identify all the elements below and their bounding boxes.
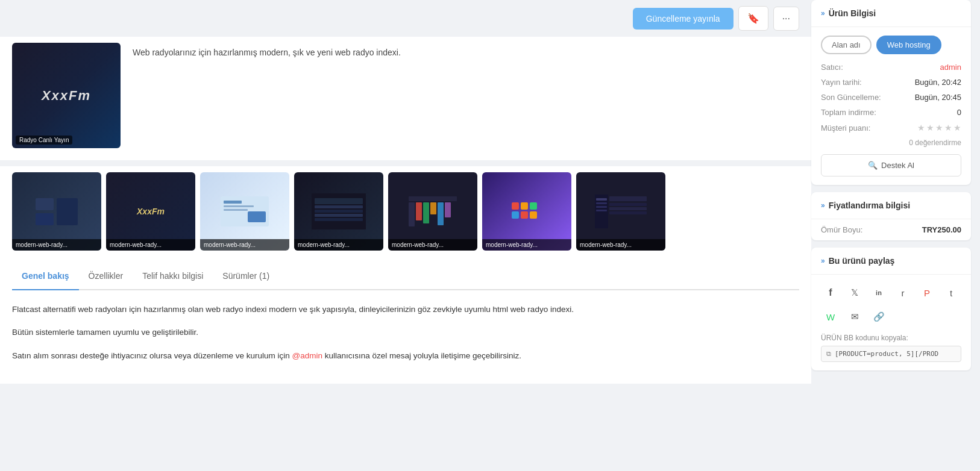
- svg-rect-2: [36, 213, 54, 225]
- svg-rect-19: [430, 202, 436, 214]
- puan-label: Müşteri puanı:: [821, 123, 870, 133]
- svg-rect-17: [416, 202, 422, 220]
- chevron-right-icon: »: [821, 201, 825, 210]
- product-logo: XxxFm: [42, 88, 91, 104]
- svg-rect-16: [409, 202, 415, 226]
- thumbnail-item[interactable]: modern-web-rady...: [576, 172, 665, 251]
- link-icon[interactable]: 🔗: [869, 307, 888, 326]
- thumbnail-label: modern-web-rady...: [106, 239, 195, 251]
- star-1: ★: [917, 123, 925, 133]
- info-row-satici: Satıcı: admin: [821, 63, 961, 72]
- svg-rect-33: [596, 210, 607, 211]
- star-3: ★: [935, 123, 943, 133]
- thumbnail-item[interactable]: XxxFm modern-web-rady...: [106, 172, 195, 251]
- thumbnail-item[interactable]: modern-web-rady...: [482, 172, 571, 251]
- thumbnail-item[interactable]: modern-web-rady...: [200, 172, 289, 251]
- svg-rect-25: [512, 211, 519, 219]
- tab-telif[interactable]: Telif hakkı bilgisi: [133, 263, 213, 290]
- tag-alan-adi[interactable]: Alan adı: [821, 36, 872, 54]
- svg-rect-30: [596, 198, 607, 201]
- yayin-label: Yayın tarihi:: [821, 78, 862, 87]
- info-row-indirme: Toplam indirme: 0: [821, 108, 961, 117]
- product-thumbnail: XxxFm Radyo Canlı Yayın: [12, 43, 121, 148]
- bookmark-button[interactable]: 🔖: [738, 6, 768, 31]
- chevron-right-icon: »: [821, 9, 825, 17]
- svg-rect-37: [609, 211, 647, 214]
- guncelleme-label: Son Güncelleme:: [821, 93, 881, 102]
- info-row-puan: Müşteri puanı: ★ ★ ★ ★ ★: [821, 123, 961, 133]
- more-options-button[interactable]: ···: [773, 7, 799, 31]
- svg-rect-26: [521, 211, 528, 219]
- product-description: Web radyolarınız için hazırlanmış modern…: [133, 43, 799, 148]
- pinterest-icon[interactable]: P: [917, 283, 937, 302]
- product-info-panel: » Ürün Bilgisi Alan adı Web hosting Satı…: [811, 0, 971, 185]
- star-2: ★: [926, 123, 934, 133]
- share-title: Bu ürünü paylaş: [829, 256, 895, 266]
- content-paragraph-2: Bütün sistemlerle tamamen uyumlu ve geli…: [12, 325, 799, 340]
- svg-rect-20: [438, 202, 444, 225]
- svg-rect-24: [530, 202, 537, 210]
- tabs-section: Genel bakış Özellikler Telif hakkı bilgi…: [0, 263, 811, 290]
- star-rating: ★ ★ ★ ★ ★: [917, 123, 961, 133]
- twitter-icon[interactable]: 𝕏: [845, 283, 864, 302]
- thumbnail-label: modern-web-rady...: [200, 239, 289, 251]
- thumbnails-row: modern-web-rady... XxxFm modern-web-rady…: [0, 166, 811, 263]
- content-before-link: Satın alım sonrası desteğe ihtiyacınız o…: [12, 351, 292, 360]
- content-after-link: kullanıcısına özel mesaj yoluyla iletişi…: [322, 351, 521, 360]
- tab-ozellikler[interactable]: Özellikler: [79, 263, 133, 290]
- svg-rect-11: [315, 210, 363, 213]
- svg-rect-12: [315, 214, 363, 217]
- tab-surumler[interactable]: Sürümler (1): [213, 263, 279, 290]
- svg-rect-36: [609, 207, 647, 210]
- tag-web-hosting[interactable]: Web hosting: [876, 36, 941, 54]
- product-info-body: Alan adı Web hosting Satıcı: admin Yayın…: [811, 27, 971, 185]
- share-header: » Bu ürünü paylaş: [811, 248, 971, 275]
- pricing-title: Fiyatlandırma bilgisi: [829, 201, 910, 210]
- svg-rect-1: [57, 198, 78, 225]
- omur-value: TRY250.00: [922, 225, 961, 234]
- whatsapp-icon[interactable]: W: [821, 307, 840, 326]
- reddit-icon[interactable]: r: [893, 283, 912, 302]
- thumbnail-label: modern-web-rady...: [388, 239, 477, 251]
- thumbnail-item[interactable]: modern-web-rady...: [294, 172, 383, 251]
- tumblr-icon[interactable]: t: [941, 283, 961, 302]
- share-panel: » Bu ürünü paylaş f 𝕏 in r P t W ✉ 🔗 ÜRÜ…: [811, 248, 971, 370]
- share-icons-container: f 𝕏 in r P t W ✉ 🔗: [811, 275, 971, 331]
- email-icon[interactable]: ✉: [845, 307, 864, 326]
- thumbnail-label: modern-web-rady...: [482, 239, 571, 251]
- more-icon: ···: [782, 13, 790, 23]
- sidebar: » Ürün Bilgisi Alan adı Web hosting Satı…: [811, 0, 980, 471]
- product-thumb-badge: Radyo Canlı Yayın: [16, 136, 72, 145]
- svg-rect-7: [248, 211, 266, 222]
- support-button[interactable]: 🔍 Destek Al: [821, 154, 961, 176]
- info-row-yayin: Yayın tarihi: Bugün, 20:42: [821, 78, 961, 87]
- indirme-value: 0: [957, 108, 961, 117]
- svg-rect-21: [445, 202, 451, 217]
- copy-icon[interactable]: ⧉: [826, 350, 831, 358]
- rating-text: 0 değerlendirme: [821, 139, 961, 147]
- publish-button[interactable]: Güncelleme yayınla: [633, 8, 733, 30]
- support-label: Destek Al: [881, 161, 914, 170]
- admin-link[interactable]: @admin: [292, 351, 322, 360]
- tab-genel-bakis[interactable]: Genel bakış: [12, 263, 79, 290]
- facebook-icon[interactable]: f: [821, 283, 840, 302]
- guncelleme-value: Bugün, 20:45: [915, 93, 961, 102]
- tabs-nav: Genel bakış Özellikler Telif hakkı bilgi…: [12, 263, 799, 290]
- pricing-panel: » Fiyatlandırma bilgisi Ömür Boyu: TRY25…: [811, 192, 971, 240]
- svg-rect-27: [530, 211, 537, 219]
- pricing-header: » Fiyatlandırma bilgisi: [811, 192, 971, 219]
- bb-code-box: ⧉ [PRODUCT=product, 5][/PROD: [821, 346, 961, 362]
- action-bar: Güncelleme yayınla 🔖 ···: [0, 0, 811, 37]
- linkedin-icon[interactable]: in: [869, 283, 888, 302]
- indirme-label: Toplam indirme:: [821, 108, 876, 117]
- thumbnail-item[interactable]: modern-web-rady...: [12, 172, 101, 251]
- svg-rect-4: [224, 201, 242, 204]
- svg-rect-35: [609, 203, 647, 206]
- product-info-title: Ürün Bilgisi: [829, 8, 876, 18]
- svg-rect-15: [409, 196, 457, 201]
- thumbnail-item[interactable]: modern-web-rady...: [388, 172, 477, 251]
- svg-rect-5: [224, 205, 254, 207]
- svg-rect-6: [224, 209, 248, 211]
- star-4: ★: [944, 123, 952, 133]
- satici-value[interactable]: admin: [940, 63, 961, 72]
